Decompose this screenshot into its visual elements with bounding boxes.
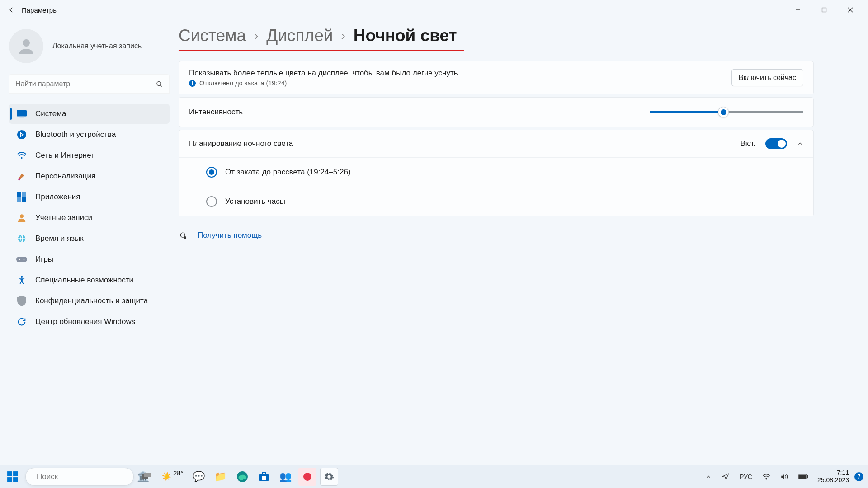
tray-battery-icon[interactable] xyxy=(795,474,812,479)
weather-widget[interactable]: ☀️28° xyxy=(159,468,186,486)
wifi-icon xyxy=(16,150,27,161)
sidebar-item-apps[interactable]: Приложения xyxy=(9,187,170,207)
sidebar-item-accounts[interactable]: Учетные записи xyxy=(9,208,170,228)
sidebar-item-system[interactable]: Система xyxy=(9,104,170,124)
schedule-card: Планирование ночного света Вкл. От закат… xyxy=(179,130,814,216)
taskbar-app-creative[interactable] xyxy=(298,468,316,486)
minimize-button[interactable] xyxy=(785,2,811,18)
sidebar-item-label: Система xyxy=(35,109,66,118)
taskbar-app-explorer[interactable]: 📁 xyxy=(212,468,230,486)
schedule-label: Планирование ночного света xyxy=(189,139,740,148)
svg-point-19 xyxy=(24,259,25,260)
account-block[interactable]: Локальная учетная запись xyxy=(9,24,170,71)
schedule-option-sunset[interactable]: От заката до рассвета (19:24–5:26) xyxy=(179,157,813,187)
sidebar-item-label: Центр обновления Windows xyxy=(35,317,135,326)
sidebar-item-accessibility[interactable]: Специальные возможности xyxy=(9,270,170,290)
svg-rect-34 xyxy=(262,476,264,478)
sidebar-item-time-language[interactable]: Время и язык xyxy=(9,229,170,249)
breadcrumb-current: Ночной свет xyxy=(354,26,457,45)
svg-rect-26 xyxy=(7,477,12,482)
slider-thumb[interactable] xyxy=(718,107,729,117)
search-box[interactable] xyxy=(9,74,170,94)
svg-rect-13 xyxy=(17,197,21,202)
taskbar-app-settings[interactable] xyxy=(320,468,338,486)
nightlight-status-card: Показывать более теплые цвета на дисплее… xyxy=(179,61,814,94)
arrow-left-icon xyxy=(7,6,15,14)
search-icon xyxy=(156,80,163,88)
taskbar-app-chat[interactable]: 💬 xyxy=(190,468,208,486)
sidebar: Локальная учетная запись Система Bluetoo… xyxy=(0,20,179,465)
start-button[interactable] xyxy=(4,468,22,486)
breadcrumb-system[interactable]: Система xyxy=(179,26,246,45)
taskbar-search[interactable]: 🏛️ xyxy=(25,468,134,486)
intensity-slider[interactable] xyxy=(650,108,803,117)
intensity-card: Интенсивность xyxy=(179,97,814,127)
gamepad-icon xyxy=(16,254,27,265)
schedule-option-hours[interactable]: Установить часы xyxy=(179,187,813,216)
bluetooth-icon xyxy=(16,129,27,140)
svg-point-5 xyxy=(157,81,161,85)
tray-location-icon[interactable] xyxy=(718,473,733,481)
person-icon xyxy=(16,212,27,223)
breadcrumb-display[interactable]: Дисплей xyxy=(266,26,333,45)
sidebar-item-label: Специальные возможности xyxy=(35,276,133,285)
svg-rect-1 xyxy=(822,8,826,12)
taskbar-app-teams[interactable]: 👥 xyxy=(277,468,295,486)
sidebar-item-label: Персонализация xyxy=(35,172,95,181)
maximize-button[interactable] xyxy=(811,2,837,18)
sidebar-item-label: Сеть и Интернет xyxy=(35,151,94,160)
close-button[interactable] xyxy=(837,2,863,18)
tray-wifi-icon[interactable] xyxy=(759,474,774,480)
sidebar-item-network[interactable]: Сеть и Интернет xyxy=(9,145,170,165)
main-content: Система › Дисплей › Ночной свет Показыва… xyxy=(179,20,868,465)
sidebar-item-privacy[interactable]: Конфиденциальность и защита xyxy=(9,291,170,311)
sidebar-item-label: Учетные записи xyxy=(35,213,92,222)
sidebar-item-label: Игры xyxy=(35,255,53,264)
schedule-option-label: От заката до рассвета (19:24–5:26) xyxy=(225,168,351,177)
svg-rect-27 xyxy=(13,477,18,482)
breadcrumb: Система › Дисплей › Ночной свет xyxy=(179,26,814,48)
svg-rect-12 xyxy=(22,192,26,197)
taskview-button[interactable] xyxy=(137,468,156,486)
svg-rect-14 xyxy=(22,197,26,202)
taskbar-app-store[interactable] xyxy=(255,468,273,486)
notification-badge[interactable]: 7 xyxy=(854,472,863,481)
svg-line-6 xyxy=(160,85,162,86)
svg-rect-37 xyxy=(264,478,266,480)
tray-language[interactable]: РУС xyxy=(736,473,756,480)
help-icon xyxy=(179,231,189,240)
sidebar-item-label: Время и язык xyxy=(35,234,84,243)
account-label: Локальная учетная запись xyxy=(52,42,142,50)
sidebar-item-bluetooth[interactable]: Bluetooth и устройства xyxy=(9,125,170,145)
sidebar-item-personalization[interactable]: Персонализация xyxy=(9,166,170,186)
schedule-toggle[interactable] xyxy=(765,138,787,149)
taskbar-search-input[interactable] xyxy=(37,472,132,481)
svg-rect-11 xyxy=(17,192,21,197)
sidebar-item-label: Конфиденциальность и защита xyxy=(35,296,148,305)
svg-point-23 xyxy=(184,236,186,239)
svg-rect-41 xyxy=(807,475,808,478)
tray-chevron[interactable] xyxy=(702,474,715,480)
chevron-right-icon: › xyxy=(341,28,345,43)
taskbar-app-edge[interactable] xyxy=(233,468,251,486)
tray-clock[interactable]: 7:11 25.08.2023 xyxy=(815,469,852,483)
svg-rect-8 xyxy=(19,117,24,118)
svg-point-9 xyxy=(17,130,26,139)
sidebar-item-gaming[interactable]: Игры xyxy=(9,249,170,269)
tray-volume-icon[interactable] xyxy=(777,473,792,480)
titlebar: Параметры xyxy=(0,0,868,20)
back-button[interactable] xyxy=(5,3,18,17)
sidebar-item-update[interactable]: Центр обновления Windows xyxy=(9,312,170,332)
search-input[interactable] xyxy=(9,74,170,94)
schedule-option-label: Установить часы xyxy=(225,197,285,206)
clock-date: 25.08.2023 xyxy=(817,477,849,483)
help-row: Получить помощь xyxy=(179,219,814,240)
turn-on-now-button[interactable]: Включить сейчас xyxy=(731,69,803,86)
svg-point-20 xyxy=(21,276,23,278)
help-link[interactable]: Получить помощь xyxy=(198,231,262,240)
svg-point-10 xyxy=(21,157,22,159)
chevron-up-icon xyxy=(797,141,803,147)
radio-selected-icon xyxy=(206,167,217,178)
accessibility-icon xyxy=(16,275,27,286)
schedule-header[interactable]: Планирование ночного света Вкл. xyxy=(179,130,813,157)
